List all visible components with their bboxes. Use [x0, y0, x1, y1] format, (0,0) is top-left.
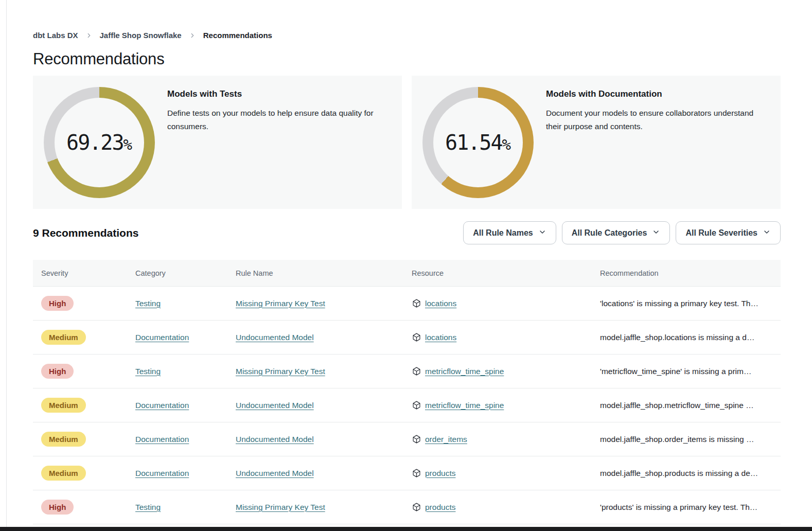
breadcrumb: dbt Labs DX Jaffle Shop Snowflake Recomm… [33, 0, 781, 40]
donut-center: 69.23% [55, 98, 144, 187]
severity-badge: High [41, 500, 74, 515]
recommendation-text: model.jaffle_shop.order_items is missing… [600, 435, 754, 444]
category-link[interactable]: Documentation [135, 333, 189, 342]
table-row: Medium Documentation Undocumented Model … [33, 321, 781, 355]
resource-link[interactable]: products [425, 503, 455, 512]
documentation-percent-value: 61.54% [445, 131, 511, 154]
rule-name-link[interactable]: Missing Primary Key Test [236, 503, 325, 512]
rule-names-filter-dropdown[interactable]: All Rule Names [463, 221, 556, 244]
recommendation-text: model.jaffle_shop.metricflow_time_spine … [600, 401, 754, 410]
breadcrumb-link-dbt-labs-dx[interactable]: dbt Labs DX [33, 31, 78, 40]
table-row: High Testing Missing Primary Key Test pr… [33, 490, 781, 524]
recommendation-text: model.jaffle_shop.locations is missing a… [600, 333, 754, 342]
rule-name-link[interactable]: Missing Primary Key Test [236, 299, 325, 308]
card-text-block: Models with Tests Define tests on your m… [167, 89, 392, 133]
rule-name-link[interactable]: Missing Primary Key Test [236, 367, 325, 376]
models-with-tests-card: 69.23% Models with Tests Define tests on… [33, 76, 402, 209]
category-link[interactable]: Documentation [135, 469, 189, 478]
model-cube-icon [412, 366, 421, 376]
card-description: Document your models to ensure collabora… [546, 107, 770, 133]
rule-categories-filter-dropdown[interactable]: All Rule Categories [562, 221, 670, 244]
recommendation-text: 'products' is missing a primary key test… [600, 503, 757, 512]
category-link[interactable]: Testing [135, 503, 161, 512]
resource-link[interactable]: locations [425, 299, 456, 308]
table-row: Medium Documentation Undocumented Model … [33, 422, 781, 456]
table-row: Medium Documentation Undocumented Model … [33, 388, 781, 422]
tests-donut-chart: 69.23% [44, 87, 155, 198]
severity-badge: High [41, 364, 74, 379]
table-row: High Testing Missing Primary Key Test me… [33, 355, 781, 388]
model-cube-icon [412, 332, 421, 342]
column-header-rule-name: Rule Name [236, 269, 412, 277]
list-header: 9 Recommendations All Rule Names All Rul… [33, 221, 781, 244]
severity-badge: High [41, 296, 74, 311]
rule-name-link[interactable]: Undocumented Model [236, 333, 314, 342]
table-row: Medium Documentation Undocumented Model … [33, 456, 781, 490]
severity-badge: Medium [41, 398, 86, 413]
severity-badge: Medium [41, 432, 86, 447]
chevron-right-icon [189, 32, 196, 39]
rule-name-link[interactable]: Undocumented Model [236, 469, 314, 478]
resource-link[interactable]: metricflow_time_spine [425, 401, 504, 410]
column-header-severity: Severity [33, 269, 135, 277]
recommendation-text: model.jaffle_shop.products is missing a … [600, 469, 758, 478]
breadcrumb-current: Recommendations [203, 31, 272, 40]
column-header-resource: Resource [412, 269, 600, 277]
resource-link[interactable]: locations [425, 333, 456, 342]
card-title: Models with Documentation [546, 89, 770, 99]
severity-badge: Medium [41, 466, 86, 481]
recommendations-count: 9 Recommendations [33, 227, 138, 239]
breadcrumb-link-jaffle-shop-snowflake[interactable]: Jaffle Shop Snowflake [100, 31, 182, 40]
filter-bar: All Rule Names All Rule Categories All R… [463, 221, 781, 244]
donut-center: 61.54% [433, 98, 523, 187]
tests-percent-value: 69.23% [66, 131, 132, 154]
chevron-right-icon [85, 32, 93, 39]
chevron-down-icon [652, 228, 660, 238]
filter-label: All Rule Severities [685, 228, 757, 238]
rule-name-link[interactable]: Undocumented Model [236, 435, 314, 444]
models-with-documentation-card: 61.54% Models with Documentation Documen… [412, 76, 781, 209]
category-link[interactable]: Documentation [135, 435, 189, 444]
page-title: Recommendations [33, 50, 781, 68]
resource-link[interactable]: order_items [425, 435, 467, 444]
card-description: Define tests on your models to help ensu… [167, 107, 392, 133]
model-cube-icon [412, 502, 421, 512]
recommendations-table: Severity Category Rule Name Resource Rec… [33, 260, 781, 524]
recommendation-text: 'locations' is missing a primary key tes… [600, 299, 758, 308]
rule-severities-filter-dropdown[interactable]: All Rule Severities [676, 221, 781, 244]
table-header-row: Severity Category Rule Name Resource Rec… [33, 260, 781, 287]
model-cube-icon [412, 298, 421, 308]
filter-label: All Rule Names [473, 228, 533, 238]
chevron-down-icon [763, 228, 771, 238]
main-content: dbt Labs DX Jaffle Shop Snowflake Recomm… [33, 0, 781, 524]
chevron-down-icon [538, 228, 546, 238]
category-link[interactable]: Documentation [135, 401, 189, 410]
column-header-recommendation: Recommendation [600, 269, 781, 277]
card-text-block: Models with Documentation Document your … [546, 89, 770, 133]
table-body: High Testing Missing Primary Key Test lo… [33, 287, 781, 524]
model-cube-icon [412, 400, 421, 410]
model-cube-icon [412, 468, 421, 478]
rule-name-link[interactable]: Undocumented Model [236, 401, 314, 410]
card-title: Models with Tests [167, 89, 392, 99]
resource-link[interactable]: products [425, 469, 455, 478]
bottom-edge-bar [0, 527, 812, 531]
table-row: High Testing Missing Primary Key Test lo… [33, 287, 781, 321]
severity-badge: Medium [41, 330, 86, 345]
column-header-category: Category [135, 269, 236, 277]
filter-label: All Rule Categories [572, 228, 647, 238]
category-link[interactable]: Testing [135, 299, 161, 308]
metric-cards: 69.23% Models with Tests Define tests on… [33, 76, 781, 209]
recommendation-text: 'metricflow_time_spine' is missing a pri… [600, 367, 751, 376]
model-cube-icon [412, 434, 421, 444]
sidebar-divider [6, 0, 7, 527]
category-link[interactable]: Testing [135, 367, 161, 376]
documentation-donut-chart: 61.54% [422, 87, 534, 198]
resource-link[interactable]: metricflow_time_spine [425, 367, 504, 376]
